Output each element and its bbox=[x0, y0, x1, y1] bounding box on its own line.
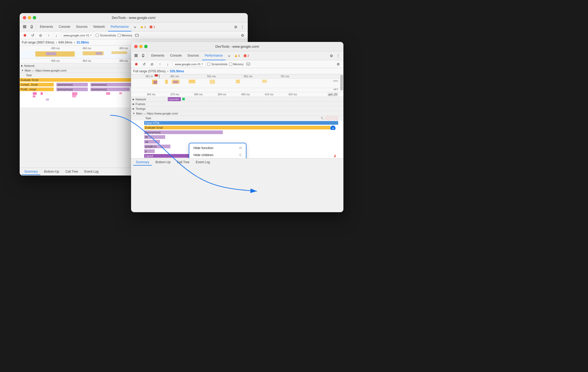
more-tabs-back[interactable]: » bbox=[132, 24, 138, 30]
traffic-lights-back bbox=[23, 16, 36, 19]
tab-call-tree-front[interactable]: Call Tree bbox=[174, 159, 192, 166]
tab-performance-front[interactable]: Performance bbox=[202, 51, 225, 60]
svg-rect-14 bbox=[135, 54, 136, 55]
more-icon-front[interactable]: ⋮ bbox=[335, 53, 341, 59]
settings-icon-front[interactable]: ⚙ bbox=[335, 61, 341, 67]
selected-range-back: 31.59ms bbox=[77, 41, 89, 44]
more-icon-back[interactable]: ⋮ bbox=[239, 24, 246, 30]
timeline-overview-front[interactable]: 361 m 461 ms 561 ms 661 ms 761 ms CPU bbox=[131, 74, 343, 92]
tab-performance-back[interactable]: Performance bbox=[108, 23, 131, 31]
screenshots-checkbox-front[interactable]: Screenshots bbox=[207, 63, 227, 66]
upload-icon-back[interactable]: ↑ bbox=[45, 32, 52, 39]
network-section-front: ▶ Network n.jsa,mb4 bbox=[131, 97, 343, 102]
svg-rect-11 bbox=[135, 34, 138, 36]
w-row-front[interactable]: W bbox=[131, 135, 343, 139]
display-icon-front[interactable] bbox=[245, 61, 251, 67]
menu-hide-function[interactable]: Hide function H bbox=[189, 144, 246, 151]
svg-rect-15 bbox=[136, 54, 137, 55]
url-bar-front[interactable]: www.google.com #1 ▾ bbox=[172, 62, 206, 67]
minimize-button-back[interactable] bbox=[28, 16, 31, 19]
download-icon-back[interactable]: ↓ bbox=[53, 32, 60, 39]
devtools-tabs-front: Elements Console Sources Performance » !… bbox=[131, 51, 343, 60]
secondary-toolbar-back: ↺ ⊘ ↑ ↓ www.google.com #1 ▾ Screenshots … bbox=[20, 31, 248, 39]
tab-sources-front[interactable]: Sources bbox=[185, 51, 202, 60]
minimize-button-front[interactable] bbox=[139, 45, 143, 48]
evaluate-script-row-front[interactable]: Evaluate Script ▾ bbox=[131, 125, 343, 130]
tick-469-back: 469 ms bbox=[119, 47, 128, 50]
cursor-icon[interactable] bbox=[22, 24, 28, 30]
svg-rect-16 bbox=[135, 56, 136, 57]
svg-text:x: x bbox=[150, 26, 152, 28]
clear-icon-back[interactable]: ⊘ bbox=[37, 32, 44, 39]
title-bar-front: DevTools - www.google.com/ bbox=[131, 42, 343, 51]
cursor-icon-front[interactable] bbox=[133, 53, 139, 59]
memory-checkbox-back[interactable]: Memory bbox=[118, 34, 132, 37]
separator-1 bbox=[36, 24, 36, 30]
svg-rect-2 bbox=[23, 27, 24, 28]
context-menu[interactable]: Hide function H Hide children C Hide rep… bbox=[189, 143, 246, 158]
upload-icon-front[interactable]: ↑ bbox=[157, 61, 163, 67]
gear-icon-back[interactable]: ⚙ bbox=[233, 24, 239, 30]
net-label-front: NET bbox=[333, 88, 338, 91]
close-button-back[interactable] bbox=[23, 16, 26, 19]
range-bar-front: Full range (5705.85ms) › 535.50ms bbox=[131, 68, 343, 74]
record-icon-front[interactable] bbox=[133, 61, 139, 67]
error-badge-front: x 2 bbox=[242, 54, 250, 58]
tab-event-log-front[interactable]: Event Log bbox=[193, 159, 213, 166]
more-tabs-front[interactable]: » bbox=[226, 53, 232, 59]
window-title-back: DevTools - www.google.com/ bbox=[112, 16, 156, 20]
maximize-button-front[interactable] bbox=[144, 45, 148, 48]
screenshots-icon-back[interactable] bbox=[134, 32, 140, 39]
tab-bottom-up-front[interactable]: Bottom-Up bbox=[153, 159, 173, 166]
selected-range-front: 535.50ms bbox=[170, 69, 184, 73]
record-icon-back[interactable] bbox=[22, 32, 28, 39]
svg-rect-17 bbox=[136, 56, 137, 57]
svg-rect-0 bbox=[23, 25, 24, 26]
svg-point-10 bbox=[24, 34, 26, 37]
svg-text:!: ! bbox=[235, 55, 236, 57]
warning-badge-front: ! 5 bbox=[233, 54, 241, 58]
tab-bottom-up-back[interactable]: Bottom-Up bbox=[41, 169, 62, 175]
tab-call-tree-back[interactable]: Call Tree bbox=[63, 169, 81, 175]
tick-461-front: 461 ms bbox=[170, 75, 179, 78]
tab-elements-front[interactable]: Elements bbox=[149, 51, 167, 60]
tab-console-back[interactable]: Console bbox=[56, 23, 73, 31]
tab-summary-front[interactable]: Summary bbox=[133, 159, 152, 166]
url-bar-back[interactable]: www.google.com #1 ▾ bbox=[61, 33, 94, 38]
svg-rect-25 bbox=[247, 63, 250, 65]
svg-rect-3 bbox=[25, 27, 26, 28]
tab-event-log-back[interactable]: Event Log bbox=[82, 169, 101, 175]
tick-464-back: 464 ms bbox=[83, 47, 91, 50]
tab-console-front[interactable]: Console bbox=[168, 51, 184, 60]
task-row-front[interactable]: Task T... bbox=[131, 116, 343, 121]
reload-icon-front[interactable]: ↺ bbox=[141, 61, 147, 67]
parse-html-row[interactable]: Parse HTML bbox=[131, 121, 343, 125]
timings-section-front: ▶ Timings bbox=[131, 106, 343, 111]
tab-elements-back[interactable]: Elements bbox=[37, 23, 56, 31]
phone-icon[interactable] bbox=[29, 24, 35, 30]
tick-661-front: 661 ms bbox=[244, 75, 252, 78]
scroll-handle-front[interactable] bbox=[340, 75, 343, 91]
reload-icon-back[interactable]: ↺ bbox=[30, 32, 36, 39]
tick-459-back: 459 ms bbox=[51, 47, 60, 50]
close-button-front[interactable] bbox=[134, 45, 138, 48]
separator-front bbox=[147, 53, 148, 58]
tab-summary-back[interactable]: Summary bbox=[22, 169, 40, 175]
tab-sources-back[interactable]: Sources bbox=[73, 23, 90, 31]
anonymous-row-front[interactable]: (anonymous) bbox=[131, 130, 343, 135]
clear-icon-front[interactable]: ⊘ bbox=[149, 61, 155, 67]
screenshots-checkbox-back[interactable]: Screenshots bbox=[96, 34, 116, 37]
secondary-toolbar-front: ↺ ⊘ ↑ ↓ www.google.com #1 ▾ Screenshots … bbox=[131, 60, 343, 68]
tick2-459-back: 459 ms bbox=[51, 59, 60, 62]
gear-icon-front[interactable]: ⚙ bbox=[328, 53, 335, 59]
menu-hide-children[interactable]: Hide children C bbox=[189, 151, 246, 158]
tab-network-back[interactable]: Network bbox=[91, 23, 107, 31]
svg-point-24 bbox=[135, 63, 138, 65]
memory-checkbox-front[interactable]: Memory bbox=[229, 63, 244, 66]
tick2-469-back: 469 ms bbox=[119, 59, 128, 62]
settings-icon-back[interactable]: ⚙ bbox=[239, 32, 246, 39]
download-icon-front[interactable]: ↓ bbox=[165, 61, 171, 67]
maximize-button-back[interactable] bbox=[33, 16, 36, 19]
phone-icon-front[interactable] bbox=[140, 53, 146, 59]
warning-badge-back: ! 3 bbox=[139, 25, 147, 29]
